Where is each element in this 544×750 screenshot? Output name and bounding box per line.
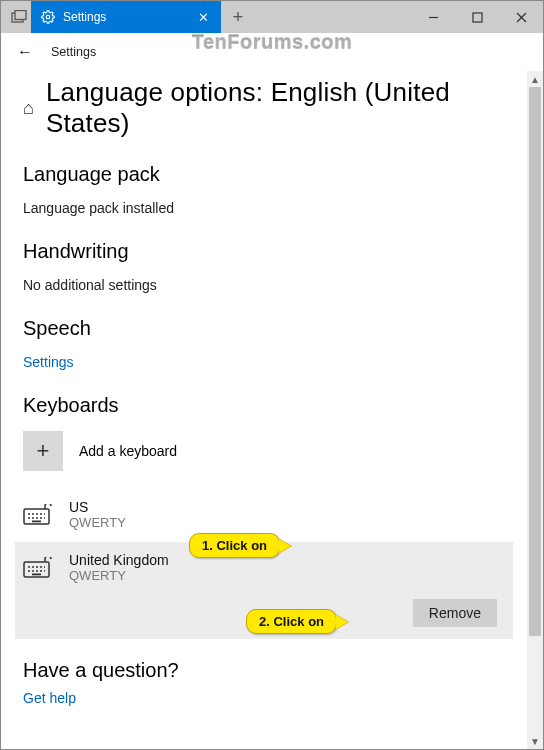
close-window-button[interactable] (499, 1, 543, 33)
tab-label: Settings (63, 10, 106, 24)
add-keyboard-row[interactable]: + Add a keyboard (23, 431, 505, 471)
gear-icon (41, 10, 55, 24)
keyboard-icon (23, 504, 53, 526)
speech-settings-link[interactable]: Settings (23, 354, 505, 370)
handwriting-status: No additional settings (23, 277, 505, 293)
svg-rect-14 (32, 573, 41, 575)
svg-point-2 (46, 15, 50, 19)
new-tab-button[interactable]: + (221, 1, 255, 33)
annotation-callout-1: 1. Click on (189, 533, 280, 558)
scroll-down-icon[interactable]: ▼ (527, 733, 543, 749)
minimize-button[interactable] (411, 1, 455, 33)
scroll-up-icon[interactable]: ▲ (527, 71, 543, 87)
keyboard-name: United Kingdom (69, 552, 169, 568)
vertical-scrollbar[interactable]: ▲ ▼ (527, 71, 543, 749)
get-help-link[interactable]: Get help (23, 690, 505, 706)
plus-icon: + (23, 431, 63, 471)
annotation-callout-2: 2. Click on (246, 609, 337, 634)
window-controls (411, 1, 543, 33)
keyboard-layout: QWERTY (69, 515, 126, 530)
keyboard-item-us[interactable]: US QWERTY (23, 491, 505, 538)
window-titlebar: Settings ✕ + (1, 1, 543, 33)
svg-rect-4 (473, 13, 482, 22)
sub-header: ← Settings (1, 33, 543, 71)
maximize-button[interactable] (455, 1, 499, 33)
section-heading-handwriting: Handwriting (23, 240, 505, 263)
taskview-icon (7, 1, 31, 33)
section-heading-keyboards: Keyboards (23, 394, 505, 417)
scroll-thumb[interactable] (529, 87, 541, 636)
back-button[interactable]: ← (17, 43, 33, 61)
svg-rect-10 (32, 520, 41, 522)
page-title: Language options: English (United States… (46, 77, 505, 139)
content-area: ⌂ Language options: English (United Stat… (1, 71, 527, 749)
help-heading: Have a question? (23, 659, 505, 682)
keyboard-name: US (69, 499, 126, 515)
add-keyboard-label: Add a keyboard (79, 443, 177, 459)
section-heading-language-pack: Language pack (23, 163, 505, 186)
active-tab[interactable]: Settings ✕ (31, 1, 221, 33)
sub-header-label: Settings (51, 45, 96, 59)
section-heading-speech: Speech (23, 317, 505, 340)
language-pack-status: Language pack installed (23, 200, 505, 216)
scroll-track[interactable] (527, 87, 543, 733)
keyboard-layout: QWERTY (69, 568, 169, 583)
svg-rect-1 (15, 11, 26, 20)
close-tab-icon[interactable]: ✕ (198, 10, 209, 25)
keyboard-icon (23, 557, 53, 579)
remove-button[interactable]: Remove (413, 599, 497, 627)
home-icon[interactable]: ⌂ (23, 98, 34, 119)
